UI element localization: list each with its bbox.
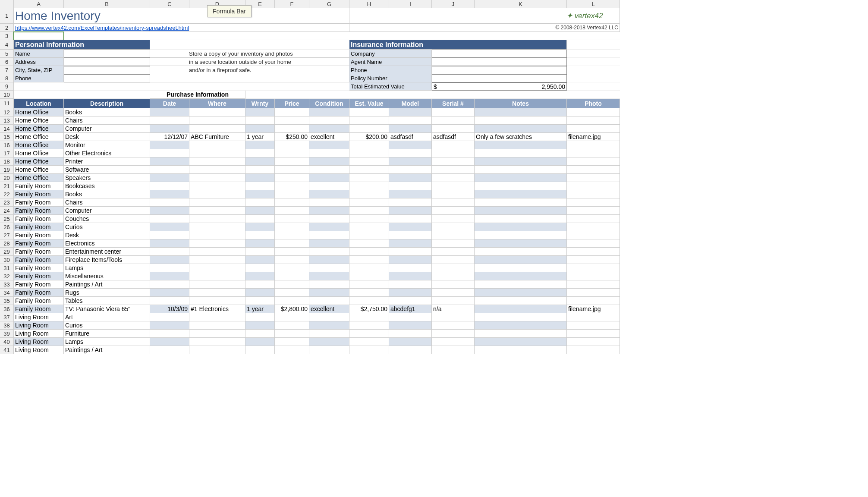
row-header-11[interactable]: 11: [0, 99, 14, 108]
row-header-41[interactable]: 41: [0, 346, 14, 354]
cell-condition[interactable]: [309, 141, 349, 149]
cell-notes[interactable]: [475, 280, 567, 289]
cell-description[interactable]: Books: [64, 108, 150, 116]
cell-where[interactable]: [189, 182, 245, 190]
cell-date[interactable]: [150, 346, 189, 354]
table-header[interactable]: Where: [189, 99, 245, 108]
cell-condition[interactable]: [309, 149, 349, 157]
cell-model[interactable]: [389, 280, 432, 289]
cell-notes[interactable]: [475, 305, 567, 313]
cell-model[interactable]: [389, 297, 432, 305]
cell-model[interactable]: abcdefg1: [389, 305, 432, 313]
cell-price[interactable]: [275, 264, 309, 272]
cell-description[interactable]: Computer: [64, 207, 150, 215]
personal-input[interactable]: [64, 66, 150, 74]
cell-description[interactable]: Paintings / Art: [64, 346, 150, 354]
cell-condition[interactable]: [309, 125, 349, 133]
cell-estvalue[interactable]: [349, 264, 389, 272]
cell-location[interactable]: Family Room: [14, 297, 64, 305]
cell-estvalue[interactable]: [349, 174, 389, 182]
row-header-9[interactable]: 9: [0, 82, 14, 91]
cell-date[interactable]: 10/3/09: [150, 305, 189, 313]
cell-price[interactable]: [275, 239, 309, 248]
table-header[interactable]: Wrnty: [245, 99, 275, 108]
table-header[interactable]: Serial #: [432, 99, 475, 108]
cell-price[interactable]: [275, 330, 309, 338]
cell-date[interactable]: [150, 174, 189, 182]
row-header-4[interactable]: 4: [0, 40, 14, 50]
cell-description[interactable]: Desk: [64, 231, 150, 239]
cell-estvalue[interactable]: [349, 182, 389, 190]
cell[interactable]: [432, 32, 475, 40]
cell-wrnty[interactable]: [245, 198, 275, 207]
cell-location[interactable]: Family Room: [14, 182, 64, 190]
cell-model[interactable]: [389, 207, 432, 215]
insurance-input[interactable]: [432, 58, 567, 66]
cell-model[interactable]: [389, 149, 432, 157]
row-header-19[interactable]: 19: [0, 166, 14, 174]
cell-price[interactable]: [275, 190, 309, 198]
cell-price[interactable]: [275, 207, 309, 215]
col-header-L[interactable]: L: [567, 0, 620, 8]
cell-condition[interactable]: [309, 174, 349, 182]
cell-price[interactable]: [275, 125, 309, 133]
cell-condition[interactable]: [309, 248, 349, 256]
cell-where[interactable]: [189, 174, 245, 182]
cell-date[interactable]: [150, 338, 189, 346]
cell-serial[interactable]: [432, 215, 475, 223]
cell-description[interactable]: Paintings / Art: [64, 280, 150, 289]
cell-location[interactable]: Home Office: [14, 141, 64, 149]
cell-price[interactable]: [275, 166, 309, 174]
cell-price[interactable]: [275, 280, 309, 289]
cell-description[interactable]: Fireplace Items/Tools: [64, 256, 150, 264]
cell-location[interactable]: Family Room: [14, 215, 64, 223]
cell-notes[interactable]: [475, 239, 567, 248]
cell-photo[interactable]: [567, 141, 620, 149]
table-header[interactable]: Location: [14, 99, 64, 108]
cell-description[interactable]: Furniture: [64, 330, 150, 338]
cell-condition[interactable]: [309, 321, 349, 330]
cell-price[interactable]: [275, 256, 309, 264]
cell-model[interactable]: [389, 264, 432, 272]
cell-photo[interactable]: [567, 231, 620, 239]
cell-model[interactable]: [389, 223, 432, 231]
cell-description[interactable]: Desk: [64, 133, 150, 141]
cell[interactable]: [150, 32, 189, 40]
cell-notes[interactable]: [475, 207, 567, 215]
cell-photo[interactable]: [567, 272, 620, 280]
row-header-39[interactable]: 39: [0, 330, 14, 338]
cell-photo[interactable]: [567, 190, 620, 198]
row-header-12[interactable]: 12: [0, 108, 14, 116]
cell-model[interactable]: [389, 248, 432, 256]
cell-wrnty[interactable]: [245, 190, 275, 198]
cell-location[interactable]: Family Room: [14, 272, 64, 280]
cell-where[interactable]: [189, 313, 245, 321]
table-header[interactable]: Photo: [567, 99, 620, 108]
row-header-17[interactable]: 17: [0, 149, 14, 157]
cell-date[interactable]: [150, 239, 189, 248]
cell-condition[interactable]: [309, 190, 349, 198]
row-header-20[interactable]: 20: [0, 174, 14, 182]
cell-description[interactable]: Printer: [64, 157, 150, 166]
cell-where[interactable]: ABC Furniture: [189, 133, 245, 141]
row-header-25[interactable]: 25: [0, 215, 14, 223]
cell-photo[interactable]: [567, 264, 620, 272]
cell-description[interactable]: TV: Panasonic Viera 65": [64, 305, 150, 313]
cell-description[interactable]: Entertainment center: [64, 248, 150, 256]
cell-location[interactable]: Home Office: [14, 125, 64, 133]
cell-location[interactable]: Living Room: [14, 338, 64, 346]
cell-serial[interactable]: [432, 297, 475, 305]
cell-description[interactable]: Curios: [64, 321, 150, 330]
cell[interactable]: [64, 32, 150, 40]
cell-wrnty[interactable]: [245, 289, 275, 297]
cell-model[interactable]: [389, 182, 432, 190]
cell-wrnty[interactable]: [245, 346, 275, 354]
cell-where[interactable]: [189, 157, 245, 166]
cell-price[interactable]: [275, 313, 309, 321]
cell-wrnty[interactable]: [245, 231, 275, 239]
cell-serial[interactable]: [432, 125, 475, 133]
cell-estvalue[interactable]: [349, 321, 389, 330]
cell-wrnty[interactable]: [245, 280, 275, 289]
cell-estvalue[interactable]: [349, 166, 389, 174]
row-header-33[interactable]: 33: [0, 280, 14, 289]
